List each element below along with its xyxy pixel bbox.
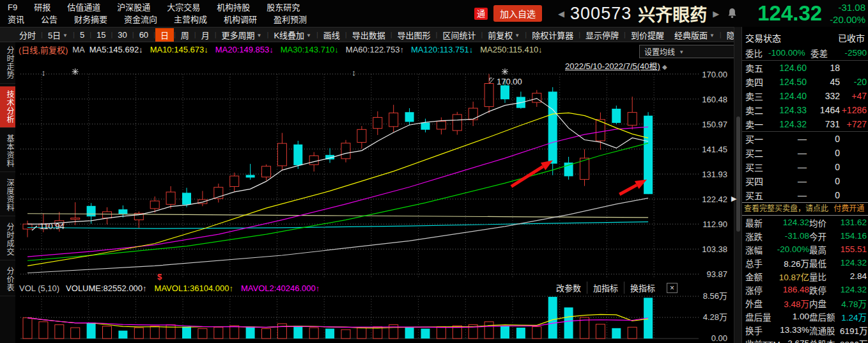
alert-bell-icon[interactable] <box>727 8 737 21</box>
menu-item-研报[interactable]: 研报 <box>34 1 50 13</box>
svg-text:131.93: 131.93 <box>702 170 727 179</box>
toolbar-item-导出图形[interactable]: 导出图形 <box>392 28 436 42</box>
promo-link[interactable]: 付费开通 <box>833 204 864 213</box>
stat-value-总手: 8.26万 <box>773 257 809 269</box>
stat-label-涨跌: 涨跌 <box>745 230 773 243</box>
toolbar-item-区间统计[interactable]: 区间统计 <box>437 28 481 42</box>
toolbar-item-导出数据[interactable]: 导出数据 <box>347 28 391 42</box>
weibi-row: 委比 -100.00% 委差 -2590 <box>742 45 868 61</box>
bid-label: 买三 <box>745 161 768 173</box>
prev-stock-arrow-icon[interactable]: ◀ <box>558 9 564 19</box>
toolbar-item-周[interactable]: 周 <box>176 28 194 42</box>
volume-button-改参数[interactable]: 改参数 <box>550 282 587 294</box>
toolbar-item-5[interactable]: 5 <box>75 29 89 40</box>
close-icon[interactable]: × <box>667 283 678 293</box>
menu-item-估值通道[interactable]: 估值通道 <box>67 1 100 13</box>
date-range-label[interactable]: 2022/5/10-2022/7/5(40根)◆ <box>565 60 667 72</box>
volume-button-换指标[interactable]: 换指标 <box>624 282 661 294</box>
stat-label-涨停: 涨停 <box>745 283 773 296</box>
stats-row: 外盘3.48万内盘4.78万 <box>742 296 868 310</box>
menu-item-机构调研[interactable]: 机构调研 <box>224 13 257 26</box>
toolbar-item-更多周期[interactable]: 更多周期▼ <box>217 28 267 42</box>
sidebar-tab-技术分析[interactable]: 技术分析 <box>0 86 15 128</box>
toolbar-item-除权计算器[interactable]: 除权计算器 <box>527 28 578 42</box>
next-stock-arrow-icon[interactable]: ▶ <box>713 9 719 19</box>
menu-item-股东研究[interactable]: 股东研究 <box>267 1 300 13</box>
bid-price: — <box>768 176 807 186</box>
menu-item-资金流向[interactable]: 资金流向 <box>124 13 157 26</box>
stats-row: 最新124.32均价131.62 <box>742 216 868 229</box>
ask-qty: 1464 <box>807 105 840 115</box>
sidebar-tab-分时成交[interactable]: 分时成交 <box>0 219 15 260</box>
current-price: 124.32 <box>757 1 822 26</box>
toolbar-item-5日[interactable]: 5日▼ <box>43 28 73 42</box>
mavol1-value-label: MAVOL1:36104.000↑ <box>155 283 233 293</box>
toolbar-item-显示停牌[interactable]: 显示停牌 <box>580 28 624 42</box>
bid-row: 买二—0 <box>742 146 868 160</box>
ma-value-label: MA20:149.853↓ <box>215 45 274 54</box>
bid-qty: 0 <box>807 190 840 200</box>
add-watchlist-button[interactable]: 加入自选 <box>493 5 542 22</box>
ask-label: 卖二 <box>745 104 768 116</box>
toolbar-item-30[interactable]: 30 <box>112 29 132 40</box>
volume-button-加指标[interactable]: 加指标 <box>587 282 624 294</box>
toolbar-item-60[interactable]: 60 <box>134 29 153 40</box>
ask-label: 卖三 <box>745 90 768 102</box>
menu-item-公告[interactable]: 公告 <box>41 13 58 26</box>
menu-item-F9[interactable]: F9 <box>8 1 17 13</box>
weibi-value: -100.00% <box>768 48 810 58</box>
ask-delta: +1286 <box>840 105 867 115</box>
svg-text:0.00: 0.00 <box>711 333 727 343</box>
stat-value-今开: 154.16 <box>840 231 867 241</box>
toolbar-item-到价提醒[interactable]: 到价提醒 <box>626 28 669 42</box>
toolbar-item-月[interactable]: 月 <box>196 28 215 42</box>
bid-qty: 0 <box>807 134 840 144</box>
sidebar-tab-深度资料[interactable]: 深度资料 <box>0 175 15 216</box>
vol-indicator-label: VOL (5,10) <box>19 283 59 293</box>
promo-row[interactable]: 查看完整买卖盘，请点此 付费开通 <box>742 202 868 216</box>
toolbar-item-经典版面[interactable]: 经典版面▼ <box>669 28 720 42</box>
scrollbar-thumb[interactable] <box>736 116 740 232</box>
trade-status-value: 已收市 <box>838 31 865 44</box>
ma-settings-label: 设置均线 <box>644 48 675 57</box>
trade-status-label: 交易状态 <box>745 31 781 44</box>
volume-indicator-bar: VOL (5,10) VOLUME:82552.000↑ MAVOL1:3610… <box>15 282 734 294</box>
toolbar-item-日[interactable]: 日 <box>155 28 174 42</box>
stat-label-总股本: 总股本 <box>809 337 840 343</box>
stat-value-最新: 124.32 <box>773 218 809 227</box>
stats-row: 总手8.26万最低124.32 <box>742 256 868 269</box>
chevron-down-icon: ▼ <box>306 33 311 38</box>
toolbar-item-画线[interactable]: 画线 <box>318 28 345 42</box>
stat-value-涨停: 186.48 <box>773 285 809 294</box>
toolbar-item-K线叠加[interactable]: K线叠加▼ <box>268 28 316 42</box>
menu-item-沪深股通[interactable]: 沪深股通 <box>117 1 150 13</box>
toolbar-item-分时[interactable]: 分时 <box>14 28 41 42</box>
stat-label-最低: 最低 <box>809 257 840 269</box>
kline-chart[interactable]: 170.00160.48150.97141.45131.93122.42112.… <box>15 42 734 343</box>
panel-splitter[interactable] <box>734 27 741 343</box>
menu-item-资讯[interactable]: 资讯 <box>8 13 24 26</box>
stat-label-盘后额: 盘后额 <box>809 310 840 323</box>
menu-item-机构持股[interactable]: 机构持股 <box>217 1 250 13</box>
sidebar-tab-基本资料[interactable]: 基本资料 <box>0 131 15 172</box>
ma-values: MA5:145.692↓MA10:145.673↓MA20:149.853↓MA… <box>89 45 550 54</box>
sidebar-tab-分价表[interactable]: 分价表 <box>0 263 15 296</box>
volume-value-label: VOLUME:82552.000↑ <box>66 283 146 293</box>
menu-item-大宗交易[interactable]: 大宗交易 <box>167 1 200 13</box>
menu-item-盈利预测[interactable]: 盈利预测 <box>274 13 307 26</box>
chevron-down-icon: ▼ <box>515 33 520 38</box>
toolbar-item-15[interactable]: 15 <box>91 29 111 40</box>
toolbar-item-前复权[interactable]: 前复权▼ <box>483 28 525 42</box>
svg-text:93.87: 93.87 <box>706 269 727 279</box>
trade-status-row: 交易状态 已收市 <box>742 30 868 45</box>
stat-label-外盘: 外盘 <box>745 297 773 310</box>
svg-text:160.48: 160.48 <box>702 95 727 104</box>
pin-icon[interactable]: ◆ <box>662 63 667 70</box>
menu-item-财务摘要[interactable]: 财务摘要 <box>74 13 107 26</box>
menu-item-主营构成[interactable]: 主营构成 <box>174 13 207 26</box>
menu-row-1: F9研报估值通道沪深股通大宗交易机构持股股东研究 <box>8 1 323 13</box>
shenzhen-connect-badge: 通 <box>474 8 488 20</box>
ask-price: 124.50 <box>768 77 807 87</box>
bid-levels: 买一—0买二—0买三—0买四—0买五—0 <box>742 131 868 202</box>
sidebar-tab-分时走势[interactable]: 分时走势 <box>0 42 15 84</box>
